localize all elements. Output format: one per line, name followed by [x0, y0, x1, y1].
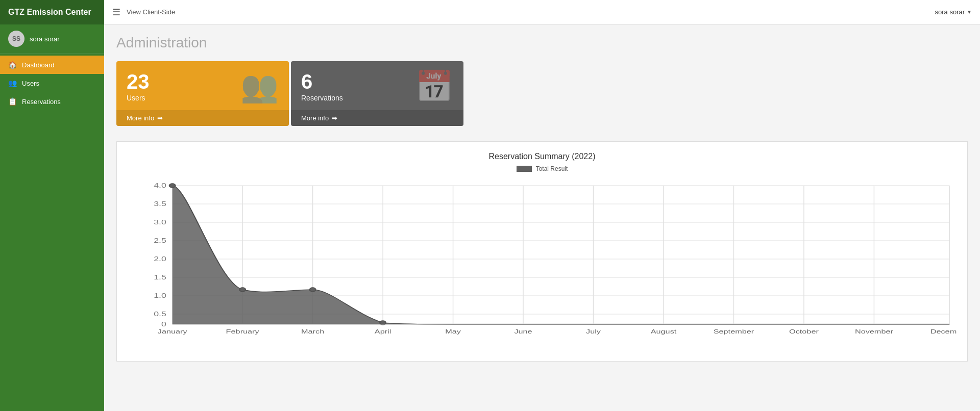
- sidebar-nav: 🏠 Dashboard 👥 Users 📋 Reservations: [0, 56, 104, 111]
- sidebar-item-label-reservations: Reservations: [22, 98, 61, 106]
- svg-text:March: March: [301, 328, 324, 335]
- reservations-icon: 📋: [8, 97, 17, 106]
- reservations-count: 6: [301, 71, 343, 92]
- legend-color-box: [517, 166, 532, 172]
- svg-text:November: November: [855, 328, 893, 335]
- svg-point-32: [310, 288, 316, 292]
- app-title: GTZ Emission Center: [8, 8, 91, 17]
- svg-text:2.5: 2.5: [154, 237, 166, 244]
- sidebar-username: sora sorar: [30, 35, 60, 43]
- view-client-side-link[interactable]: View Client-Side: [127, 8, 175, 16]
- arrow-circle-right-icon-2: ➡: [332, 114, 337, 122]
- stat-card-reservations: 6 Reservations 📅 More info ➡: [291, 61, 463, 126]
- stat-card-reservations-body: 6 Reservations 📅: [291, 61, 463, 110]
- svg-text:0: 0: [161, 321, 166, 327]
- svg-text:August: August: [651, 328, 677, 335]
- chart-container: Reservation Summary (2022) Total Result: [116, 141, 968, 362]
- topbar-dropdown-icon: ▼: [967, 9, 972, 15]
- sidebar: GTZ Emission Center SS sora sorar 🏠 Dash…: [0, 0, 104, 411]
- svg-text:1.0: 1.0: [154, 292, 166, 299]
- sidebar-user-section: SS sora sorar: [0, 24, 104, 54]
- main-area: ☰ View Client-Side sora sorar ▼ Administ…: [104, 0, 980, 411]
- sidebar-item-dashboard[interactable]: 🏠 Dashboard: [0, 56, 104, 74]
- stat-card-users-info: 23 Users: [127, 71, 150, 102]
- page-title: Administration: [116, 35, 968, 51]
- stat-card-reservations-info: 6 Reservations: [301, 71, 343, 102]
- chart-svg: 4.0 3.5 3.0 2.5 2.0 1.5 1.0 0.5 0: [127, 181, 957, 344]
- svg-text:May: May: [445, 328, 461, 335]
- reservations-stat-icon: 📅: [415, 71, 453, 102]
- users-more-info-button[interactable]: More info ➡: [116, 110, 289, 126]
- svg-text:3.0: 3.0: [154, 219, 166, 225]
- svg-text:January: January: [158, 328, 187, 335]
- users-label: Users: [127, 94, 150, 102]
- topbar: ☰ View Client-Side sora sorar ▼: [104, 0, 980, 24]
- topbar-left: ☰ View Client-Side: [112, 7, 175, 18]
- users-more-info-label: More info: [127, 114, 154, 122]
- app-logo: GTZ Emission Center: [0, 0, 104, 24]
- legend-label: Total Result: [536, 165, 568, 172]
- menu-icon[interactable]: ☰: [112, 7, 120, 18]
- topbar-user-menu[interactable]: sora sorar ▼: [935, 8, 972, 16]
- svg-text:1.5: 1.5: [154, 274, 166, 280]
- stat-cards: 23 Users 👥 More info ➡ 6 Reservations: [116, 61, 463, 126]
- avatar: SS: [8, 31, 24, 47]
- chart-title: Reservation Summary (2022): [127, 152, 957, 161]
- users-icon: 👥: [8, 79, 17, 87]
- svg-text:April: April: [375, 328, 391, 335]
- svg-text:September: September: [714, 328, 754, 335]
- users-stat-icon: 👥: [240, 71, 279, 102]
- svg-point-30: [169, 184, 176, 188]
- content-area: Administration 23 Users 👥 More info ➡: [104, 24, 980, 411]
- svg-text:0.5: 0.5: [154, 311, 166, 317]
- reservations-label: Reservations: [301, 94, 343, 102]
- sidebar-item-reservations[interactable]: 📋 Reservations: [0, 92, 104, 111]
- svg-text:July: July: [586, 328, 601, 335]
- sidebar-item-label-users: Users: [22, 80, 39, 87]
- chart-legend: Total Result: [127, 165, 957, 172]
- svg-point-31: [239, 288, 246, 292]
- sidebar-item-label-dashboard: Dashboard: [22, 61, 55, 69]
- stat-card-users: 23 Users 👥 More info ➡: [116, 61, 289, 126]
- arrow-circle-right-icon: ➡: [157, 114, 163, 122]
- users-count: 23: [127, 71, 150, 92]
- topbar-username: sora sorar: [935, 8, 965, 16]
- svg-text:3.5: 3.5: [154, 200, 166, 207]
- svg-text:June: June: [514, 328, 532, 335]
- reservations-more-info-label: More info: [301, 114, 329, 122]
- svg-text:2.0: 2.0: [154, 255, 166, 262]
- chart-wrap: 4.0 3.5 3.0 2.5 2.0 1.5 1.0 0.5 0: [127, 181, 957, 346]
- avatar-initials: SS: [12, 35, 20, 42]
- svg-text:4.0: 4.0: [154, 182, 166, 189]
- svg-text:October: October: [789, 328, 819, 335]
- svg-text:February: February: [226, 328, 259, 335]
- dashboard-icon: 🏠: [8, 61, 17, 69]
- reservations-more-info-button[interactable]: More info ➡: [291, 110, 463, 126]
- svg-text:December: December: [930, 328, 957, 335]
- stat-card-users-body: 23 Users 👥: [116, 61, 289, 110]
- sidebar-item-users[interactable]: 👥 Users: [0, 74, 104, 92]
